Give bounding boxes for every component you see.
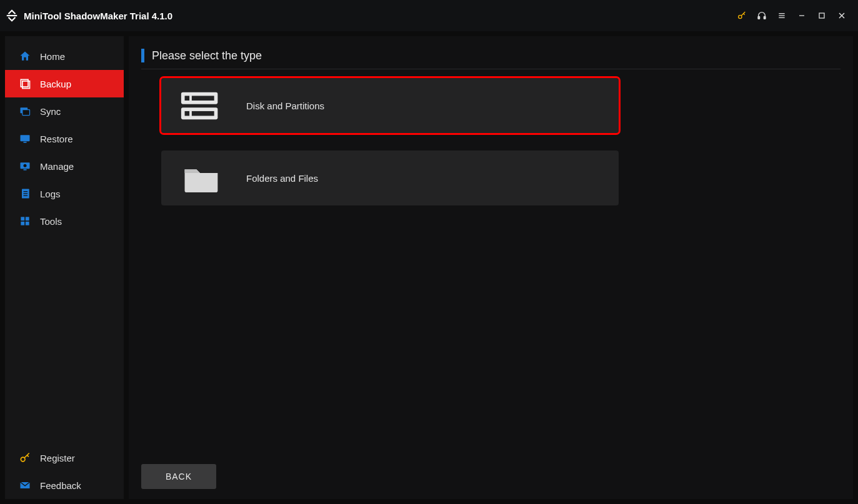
sidebar-item-home[interactable]: Home <box>5 42 124 70</box>
logs-icon <box>19 187 31 200</box>
app-title: MiniTool ShadowMaker Trial 4.1.0 <box>24 11 172 21</box>
key-icon <box>19 452 31 464</box>
sidebar-item-sync[interactable]: Sync <box>5 97 124 125</box>
sidebar-item-label: Sync <box>40 106 61 117</box>
svg-rect-33 <box>192 96 214 101</box>
svg-rect-16 <box>24 142 27 143</box>
option-folders-files[interactable]: Folders and Files <box>161 151 619 205</box>
sidebar-item-label: Backup <box>40 79 71 89</box>
sidebar-item-label: Register <box>40 453 75 463</box>
option-disk-partitions[interactable]: Disk and Partitions <box>161 78 619 133</box>
titlebar-menu-button[interactable] <box>772 6 792 26</box>
titlebar: MiniTool ShadowMaker Trial 4.1.0 <box>0 0 858 31</box>
sidebar-item-tools[interactable]: Tools <box>5 207 124 235</box>
option-list: Disk and Partitions Folders and Files <box>141 78 841 205</box>
tools-icon <box>19 215 31 227</box>
svg-rect-15 <box>21 135 30 141</box>
sidebar-item-label: Manage <box>40 161 74 172</box>
sidebar-item-manage[interactable]: Manage <box>5 152 124 180</box>
sidebar: Home Backup Sync <box>5 36 124 499</box>
svg-rect-35 <box>192 111 214 116</box>
svg-rect-27 <box>26 222 29 225</box>
heading-row: Please select the type <box>141 49 841 69</box>
svg-rect-19 <box>24 169 27 170</box>
sidebar-item-label: Logs <box>40 189 61 199</box>
option-label: Disk and Partitions <box>246 101 324 111</box>
svg-rect-2 <box>758 16 760 19</box>
sidebar-item-label: Restore <box>40 134 73 144</box>
sidebar-item-logs[interactable]: Logs <box>5 180 124 207</box>
sidebar-item-register[interactable]: Register <box>5 444 124 472</box>
manage-icon <box>19 160 31 172</box>
footer-row: BACK <box>141 464 216 489</box>
sidebar-item-label: Home <box>40 51 65 62</box>
sync-icon <box>19 105 31 117</box>
app-window: MiniTool ShadowMaker Trial 4.1.0 <box>0 0 858 504</box>
svg-point-18 <box>24 164 27 167</box>
back-button[interactable]: BACK <box>141 464 216 489</box>
maximize-button[interactable] <box>812 6 832 26</box>
svg-rect-34 <box>185 111 190 116</box>
close-button[interactable] <box>832 6 852 26</box>
sidebar-item-label: Feedback <box>40 480 81 491</box>
svg-rect-24 <box>21 217 24 220</box>
folder-icon <box>180 161 221 195</box>
backup-icon <box>19 77 31 90</box>
svg-rect-8 <box>819 13 824 18</box>
svg-point-28 <box>21 457 25 462</box>
option-label: Folders and Files <box>246 173 318 184</box>
app-logo-icon <box>5 9 19 22</box>
svg-rect-25 <box>26 217 29 220</box>
home-icon <box>19 50 31 62</box>
page-heading: Please select the type <box>152 49 262 62</box>
main-panel: Please select the type Disk <box>129 36 853 499</box>
sidebar-item-label: Tools <box>40 216 62 227</box>
sidebar-nav: Home Backup Sync <box>5 42 124 235</box>
titlebar-headset-button[interactable] <box>752 6 772 26</box>
disk-icon <box>180 89 221 122</box>
minimize-button[interactable] <box>792 6 812 26</box>
titlebar-key-button[interactable] <box>732 6 752 26</box>
mail-icon <box>19 479 31 492</box>
svg-rect-14 <box>22 110 30 116</box>
heading-accent-bar <box>141 49 144 62</box>
sidebar-item-backup[interactable]: Backup <box>5 70 124 97</box>
restore-icon <box>19 132 31 145</box>
svg-rect-32 <box>185 96 190 101</box>
app-body: Home Backup Sync <box>0 31 858 504</box>
svg-point-1 <box>739 15 742 18</box>
sidebar-item-feedback[interactable]: Feedback <box>5 472 124 499</box>
sidebar-item-restore[interactable]: Restore <box>5 125 124 152</box>
sidebar-bottom: Register Feedback <box>5 444 124 499</box>
svg-rect-3 <box>764 16 766 19</box>
svg-rect-26 <box>21 222 24 225</box>
